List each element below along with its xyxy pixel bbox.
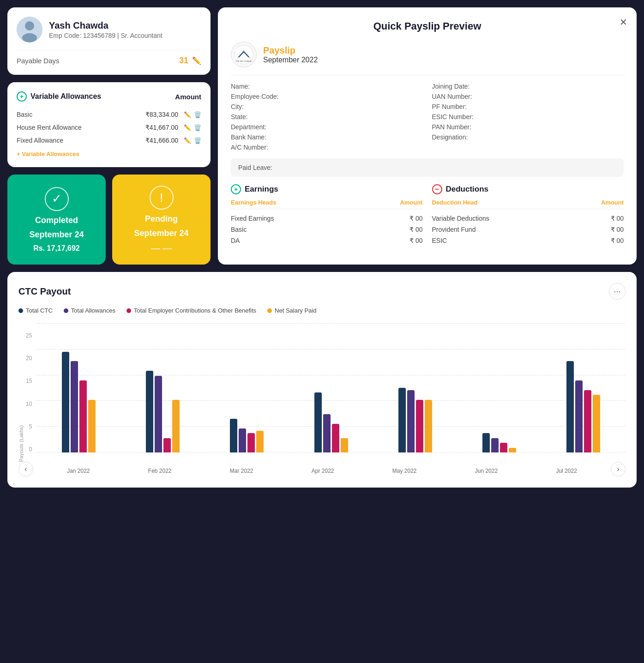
bar: [584, 390, 591, 452]
ctc-payout-section: CTC Payout ··· Total CTCTotal Allowances…: [7, 272, 637, 488]
payslip-info-right-0: Joining Date:: [432, 83, 624, 90]
month-group: [457, 332, 542, 452]
y-axis-label: 5: [26, 423, 32, 430]
completed-icon: ✓: [45, 187, 69, 211]
svg-point-1: [25, 21, 34, 30]
payslip-info-right-5: Designation:: [432, 133, 624, 141]
bar: [146, 371, 153, 452]
allowance-delete-icon[interactable]: 🗑️: [194, 124, 201, 131]
allowance-amount: ₹41,667.00: [145, 124, 178, 131]
chart-inner: [36, 323, 626, 462]
legend-item: Net Salary Paid: [267, 307, 316, 314]
earnings-col1: Earnings Heads: [231, 199, 276, 206]
chart-area: Payouts (Lakhs) 0510152025: [18, 323, 626, 462]
month-group: [289, 332, 373, 452]
pending-icon: !: [150, 186, 174, 210]
bar: [323, 414, 331, 452]
payable-days-edit-icon[interactable]: ✏️: [192, 56, 201, 65]
month-label: Jun 2022: [475, 468, 498, 474]
completed-card: ✓ Completed September 24 Rs. 17,17,692: [7, 175, 106, 265]
bar: [500, 443, 507, 452]
legend-item: Total CTC: [18, 307, 53, 314]
bar-group: [230, 332, 264, 452]
allowance-row: House Rent Allowance ₹41,667.00 ✏️ 🗑️: [17, 121, 201, 134]
svg-text:THE MILLENNIAL: THE MILLENNIAL: [235, 60, 252, 62]
month-group: [373, 332, 457, 452]
bar: [482, 433, 490, 452]
deductions-title: Deductions: [446, 185, 489, 194]
payslip-info-right-3: ESIC Number:: [432, 113, 624, 121]
bar: [172, 400, 180, 452]
svg-point-2: [22, 33, 37, 42]
pending-label: Pending: [145, 214, 178, 224]
earnings-section-icon: +: [231, 184, 241, 194]
y-axis-label: 25: [26, 332, 32, 339]
chart-prev-button[interactable]: ‹: [18, 462, 33, 476]
y-axis-title: Payouts (Lakhs): [18, 425, 24, 462]
deductions-data-row: Provident Fund₹ 00: [432, 224, 624, 235]
allowance-row: Fixed Allowance ₹41,666.00 ✏️ 🗑️: [17, 134, 201, 147]
bar: [239, 428, 246, 452]
month-group: [205, 332, 289, 452]
allowance-delete-icon[interactable]: 🗑️: [194, 137, 201, 144]
legend-dot: [126, 308, 131, 313]
bar: [71, 361, 78, 452]
bar: [62, 352, 69, 452]
payable-days-label: Payable Days: [17, 57, 60, 65]
earnings-col2: Amount: [400, 199, 422, 206]
allowances-amount-header: Amount: [175, 93, 201, 101]
bar-group: [314, 332, 348, 452]
deductions-col1: Deduction Head: [432, 199, 478, 206]
allowance-edit-icon[interactable]: ✏️: [184, 137, 191, 144]
allowances-title-text: Variable Allowances: [30, 92, 101, 101]
y-axis-label: 10: [26, 401, 32, 407]
bar: [566, 361, 574, 452]
legend-dot: [18, 308, 23, 313]
legend-item: Total Employer Contributions & Other Ben…: [126, 307, 256, 314]
allowance-delete-icon[interactable]: 🗑️: [194, 111, 201, 118]
payslip-info-left-2: City:: [231, 103, 423, 110]
payslip-logo: THE MILLENNIAL: [231, 42, 257, 67]
legend-dot: [267, 308, 272, 313]
employee-details: Emp Code: 123456789 | Sr. Accountant: [49, 32, 163, 39]
chart-legend: Total CTCTotal AllowancesTotal Employer …: [18, 307, 626, 314]
allowances-icon: +: [17, 91, 27, 102]
allowance-amount: ₹41,666.00: [145, 137, 178, 144]
payslip-info-left-6: A/C Number:: [231, 144, 423, 151]
month-group: [36, 332, 120, 452]
allowances-card: + Variable Allowances Amount Basic ₹83,3…: [7, 82, 211, 167]
bar: [163, 438, 171, 452]
pending-dash: — —: [151, 243, 172, 253]
earnings-data-row: Fixed Earnings₹ 00: [231, 213, 423, 224]
deductions-rows: Variable Deductions₹ 00Provident Fund₹ 0…: [432, 213, 624, 246]
allowance-amount: ₹83,334.00: [145, 111, 178, 118]
earnings-section: + Earnings Earnings Heads Amount Fixed E…: [231, 184, 423, 246]
paid-leave-box: Paid Leave:: [231, 158, 624, 177]
month-group: [121, 332, 205, 452]
payslip-info-left-4: Department:: [231, 123, 423, 131]
ctc-payout-title: CTC Payout: [18, 286, 71, 297]
payslip-month: September 2022: [263, 56, 318, 64]
month-label: Mar 2022: [230, 468, 253, 474]
payable-days-value: 31: [179, 56, 188, 66]
ctc-menu-button[interactable]: ···: [609, 283, 626, 300]
legend-item: Total Allowances: [64, 307, 115, 314]
month-group: [542, 332, 626, 452]
bar: [341, 438, 348, 452]
payslip-info-right-1: UAN Number:: [432, 93, 624, 100]
allowance-edit-icon[interactable]: ✏️: [184, 124, 191, 131]
completed-amount: Rs. 17,17,692: [33, 244, 80, 253]
chart-next-button[interactable]: ›: [611, 462, 626, 476]
add-allowances-link[interactable]: + Variable Allowances: [17, 151, 79, 157]
allowance-edit-icon[interactable]: ✏️: [184, 111, 191, 118]
pending-card: ! Pending September 24 — —: [112, 175, 211, 265]
allowance-name: House Rent Allowance: [17, 124, 145, 131]
payslip-close-button[interactable]: ✕: [620, 17, 627, 28]
payslip-info-right-4: PAN Number:: [432, 123, 624, 131]
bar-group: [482, 332, 516, 452]
y-axis-label: 20: [26, 355, 32, 362]
bar: [407, 390, 415, 452]
bar: [509, 448, 516, 452]
month-label: Feb 2022: [148, 468, 172, 474]
bar-group: [62, 332, 96, 452]
